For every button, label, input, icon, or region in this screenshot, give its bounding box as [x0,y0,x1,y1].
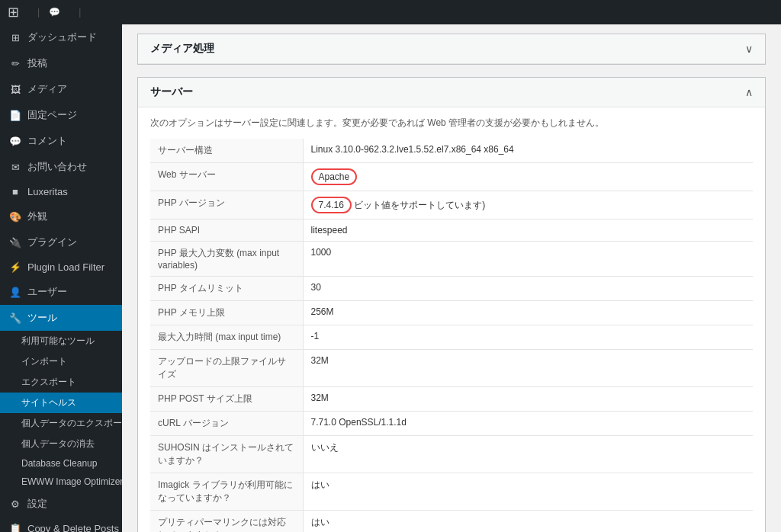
sidebar-item-tools-exportdata[interactable]: 個人データのエクスポート [0,413,122,434]
table-row: プリティパーマリンクには対応していますか？はい [150,511,753,533]
sidebar-label-copy-delete: Copy & Delete Posts [27,523,119,532]
sidebar-item-posts[interactable]: ✏投稿 [0,50,122,76]
sidebar-label-posts: 投稿 [27,56,47,70]
table-cell-label: サーバー構造 [150,139,303,163]
sidebar: ⊞ダッシュボード✏投稿🖼メディア📄固定ページ💬コメント✉お問い合わせ■Luxer… [0,24,122,532]
users-icon: 👤 [9,287,21,298]
table-cell-value: いいえ [303,436,753,473]
wp-logo-icon[interactable]: ⊞ [8,4,19,21]
table-row: Web サーバーApache [150,163,753,191]
sidebar-label-comments: コメント [27,134,67,148]
posts-icon: ✏ [9,58,21,69]
sidebar-item-tools-ewww[interactable]: EWWW Image Optimizer [0,473,122,491]
section-body-server: 次のオプションはサーバー設定に関連します。変更が必要であれば Web 管理者の支… [138,107,765,532]
sidebar-item-tools-dbcleanup[interactable]: Database Cleanup [0,454,122,473]
main-content: メディア処理∨サーバー∧次のオプションはサーバー設定に関連します。変更が必要であ… [122,24,781,532]
table-cell-label: Web サーバー [150,163,303,191]
section-title-server: サーバー [150,85,193,99]
table-cell-label: cURL バージョン [150,412,303,436]
settings-icon: ⚙ [9,498,21,510]
table-cell-label: アップロードの上限ファイルサイズ [150,350,303,387]
pages-icon: 📄 [9,110,21,121]
sidebar-label-media: メディア [27,82,67,96]
sidebar-item-comments[interactable]: 💬コメント [0,128,122,154]
sidebar-item-tools-import[interactable]: インポート [0,351,122,372]
sidebar-item-tools-export[interactable]: エクスポート [0,372,122,393]
comment-icon[interactable]: 💬 [49,7,60,18]
contact-icon: ✉ [9,162,21,173]
sidebar-label-plugin-load-filter: Plugin Load Filter [27,261,104,273]
sidebar-label-tools-sitehealth: サイトヘルス [21,396,76,409]
sidebar-item-settings[interactable]: ⚙設定 [0,491,122,517]
table-row: PHP メモリ上限256M [150,301,753,325]
sidebar-label-users: ユーザー [27,285,67,299]
sidebar-label-tools-exportdata: 個人データのエクスポート [21,417,122,430]
table-row: サーバー構造Linux 3.10.0-962.3.2.lve1.5.52.el7… [150,139,753,163]
table-cell-value: はい [303,473,753,511]
layout: ⊞ダッシュボード✏投稿🖼メディア📄固定ページ💬コメント✉お問い合わせ■Luxer… [0,24,781,532]
dashboard-icon: ⊞ [9,32,21,43]
sidebar-item-plugins[interactable]: 🔌プラグイン [0,229,122,255]
section-header-media-processing[interactable]: メディア処理∨ [138,34,765,64]
table-cell-label: 最大入力時間 (max input time) [150,325,303,350]
table-cell-label: PHP POST サイズ上限 [150,387,303,412]
sidebar-label-tools: ツール [27,311,57,325]
table-row: アップロードの上限ファイルサイズ32M [150,350,753,387]
topbar-left: ⊞ | 💬 | [8,4,99,21]
table-cell-value: 30 [303,277,753,301]
highlighted-value: 7.4.16 [311,197,352,213]
table-row: SUHOSIN はインストールされていますか？いいえ [150,436,753,473]
sidebar-label-tools-deletedata: 個人データの消去 [21,437,95,450]
highlighted-value: Apache [311,168,358,185]
sidebar-item-tools[interactable]: 🔧ツール [0,305,122,331]
sidebar-item-tools-sitehealth[interactable]: サイトヘルス [0,393,122,413]
section-header-server[interactable]: サーバー∧ [138,78,765,107]
media-icon: 🖼 [9,84,21,95]
table-row: PHP タイムリミット30 [150,277,753,301]
table-cell-label: SUHOSIN はインストールされていますか？ [150,436,303,473]
topbar: ⊞ | 💬 | [0,0,781,24]
sidebar-label-appearance: 外観 [27,210,47,223]
section-media-processing: メディア処理∨ [137,34,766,65]
sidebar-label-tools-ewww: EWWW Image Optimizer [21,476,122,487]
sidebar-item-contact[interactable]: ✉お問い合わせ [0,154,122,180]
table-cell-label: Imagick ライブラリが利用可能になっていますか？ [150,473,303,511]
sidebar-label-tools-available: 利用可能なツール [21,335,95,348]
content-area: メディア処理∨サーバー∧次のオプションはサーバー設定に関連します。変更が必要であ… [122,24,781,532]
sidebar-label-contact: お問い合わせ [27,160,87,174]
sidebar-item-luxeritas[interactable]: ■Luxeritas [0,180,122,204]
luxeritas-icon: ■ [9,186,21,197]
sidebar-label-tools-export: エクスポート [21,376,76,389]
table-cell-value: 256M [303,301,753,325]
sidebar-item-copy-delete[interactable]: 📋Copy & Delete Posts [0,517,122,532]
sidebar-label-settings: 設定 [27,497,47,511]
copy-delete-icon: 📋 [9,523,21,532]
table-cell-value: 1000 [303,242,753,277]
sidebar-item-pages[interactable]: 📄固定ページ [0,102,122,128]
table-row: PHP SAPIlitespeed [150,220,753,242]
sidebar-item-users[interactable]: 👤ユーザー [0,279,122,305]
table-row: PHP バージョン7.4.16 ビット値をサポートしています) [150,191,753,220]
sidebar-item-plugin-load-filter[interactable]: ⚡Plugin Load Filter [0,255,122,279]
table-cell-label: PHP メモリ上限 [150,301,303,325]
section-title-media-processing: メディア処理 [150,42,214,56]
table-row: PHP POST サイズ上限32M [150,387,753,412]
sidebar-label-dashboard: ダッシュボード [27,30,97,44]
chevron-server: ∧ [745,86,753,98]
section-info-text: 次のオプションはサーバー設定に関連します。変更が必要であれば Web 管理者の支… [150,117,753,130]
sidebar-item-media[interactable]: 🖼メディア [0,76,122,102]
sidebar-item-tools-available[interactable]: 利用可能なツール [0,331,122,351]
table-cell-value: はい [303,511,753,533]
section-server: サーバー∧次のオプションはサーバー設定に関連します。変更が必要であれば Web … [137,77,766,532]
table-row: cURL バージョン7.71.0 OpenSSL/1.1.1d [150,412,753,436]
info-table-server: サーバー構造Linux 3.10.0-962.3.2.lve1.5.52.el7… [150,139,753,532]
table-cell-value: 32M [303,350,753,387]
sidebar-item-appearance[interactable]: 🎨外観 [0,204,122,229]
sidebar-label-luxeritas: Luxeritas [27,186,68,197]
table-cell-label: PHP 最大入力変数 (max input variables) [150,242,303,277]
comments-icon: 💬 [9,136,21,147]
sidebar-item-tools-deletedata[interactable]: 個人データの消去 [0,434,122,454]
plugins-icon: 🔌 [9,237,21,248]
sidebar-label-plugins: プラグイン [27,236,77,249]
sidebar-item-dashboard[interactable]: ⊞ダッシュボード [0,24,122,50]
